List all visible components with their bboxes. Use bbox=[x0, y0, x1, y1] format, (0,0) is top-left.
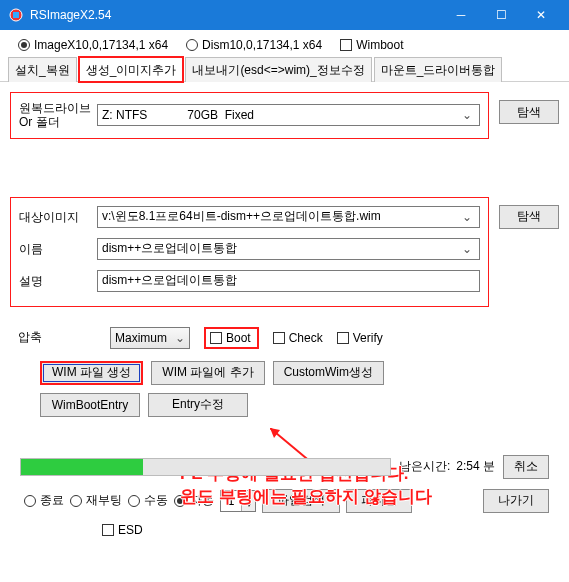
custom-wim-button[interactable]: CustomWim생성 bbox=[273, 361, 384, 385]
entry-modify-button[interactable]: Entry수정 bbox=[148, 393, 248, 417]
reboot-radio[interactable]: 재부팅 bbox=[70, 492, 122, 509]
tab-export-edit[interactable]: 내보내기(esd<=>wim)_정보수정 bbox=[185, 57, 371, 82]
exit-button[interactable]: 나가기 bbox=[483, 489, 549, 513]
name-select[interactable]: dism++으로업데이트통합 ⌄ bbox=[97, 238, 480, 260]
boot-checkbox[interactable]: Boot bbox=[204, 327, 259, 349]
browse-target-button[interactable]: 탐색 bbox=[499, 205, 559, 229]
cancel-button[interactable]: 취소 bbox=[503, 455, 549, 479]
secondary-button-row: WimBootEntry Entry수정 bbox=[10, 393, 559, 421]
wimboot-label: Wimboot bbox=[356, 38, 403, 52]
remain-value: 2:54 분 bbox=[456, 458, 495, 475]
source-drive-group: 원복드라이브 Or 폴더 Z: NTFS 70GB Fixed ⌄ bbox=[10, 92, 489, 139]
close-button[interactable]: ✕ bbox=[521, 0, 561, 30]
imagex-radio[interactable]: ImageX10,0,17134,1 x64 bbox=[18, 38, 168, 52]
partition-button[interactable]: 파티션 bbox=[346, 489, 412, 513]
dism-radio-label: Dism10,0,17134,1 x64 bbox=[202, 38, 322, 52]
svg-marker-3 bbox=[270, 428, 280, 438]
dism-radio[interactable]: Dism10,0,17134,1 x64 bbox=[186, 38, 322, 52]
chevron-down-icon: ⌄ bbox=[459, 108, 475, 122]
spin-down-icon[interactable]: ▾ bbox=[241, 501, 255, 511]
svg-rect-1 bbox=[13, 12, 19, 18]
browse-source-button[interactable]: 탐색 bbox=[499, 100, 559, 124]
name-label: 이름 bbox=[19, 242, 97, 256]
tab-mount-driver[interactable]: 마운트_드라이버통합 bbox=[374, 57, 503, 82]
chevron-down-icon: ⌄ bbox=[175, 331, 185, 345]
target-image-select[interactable]: v:\윈도8.1프로64비트-dism++으로업데이트통합.wim ⌄ bbox=[97, 206, 480, 228]
manual-radio[interactable]: 수동 bbox=[128, 492, 168, 509]
minimize-button[interactable]: ─ bbox=[441, 0, 481, 30]
progress-bar bbox=[20, 458, 391, 476]
tab-bar: 설치_복원 생성_이미지추가 내보내기(esd<=>wim)_정보수정 마운트_… bbox=[0, 56, 569, 82]
imagex-radio-label: ImageX10,0,17134,1 x64 bbox=[34, 38, 168, 52]
desc-input[interactable]: dism++으로업데이트통합 bbox=[97, 270, 480, 292]
source-drive-label: 원복드라이브 Or 폴더 bbox=[19, 101, 97, 130]
desc-label: 설명 bbox=[19, 274, 97, 288]
tab-content: 원복드라이브 Or 폴더 Z: NTFS 70GB Fixed ⌄ 탐색 대상이… bbox=[0, 82, 569, 551]
chevron-down-icon: ⌄ bbox=[459, 242, 475, 256]
wimboot-entry-button[interactable]: WimBootEntry bbox=[40, 393, 140, 417]
top-options-row: ImageX10,0,17134,1 x64 Dism10,0,17134,1 … bbox=[0, 30, 569, 56]
esd-checkbox[interactable]: ESD bbox=[102, 523, 143, 537]
tab-create-addimage[interactable]: 생성_이미지추가 bbox=[79, 57, 184, 82]
bottom-row: 종료 재부팅 수동 자동 1 ▴▾ 파일검색 파티션 나가기 bbox=[10, 485, 559, 521]
create-wim-button[interactable]: WIM 파일 생성 bbox=[40, 361, 143, 385]
source-drive-select[interactable]: Z: NTFS 70GB Fixed ⌄ bbox=[97, 104, 480, 126]
title-bar: RSImageX2.54 ─ ☐ ✕ bbox=[0, 0, 569, 30]
window-title: RSImageX2.54 bbox=[30, 8, 441, 22]
compress-select[interactable]: Maximum ⌄ bbox=[110, 327, 190, 349]
check-checkbox[interactable]: Check bbox=[273, 331, 323, 345]
append-wim-button[interactable]: WIM 파일에 추가 bbox=[151, 361, 264, 385]
auto-radio[interactable]: 자동 bbox=[174, 492, 214, 509]
progress-fill bbox=[21, 459, 143, 475]
wimboot-checkbox[interactable]: Wimboot bbox=[340, 38, 403, 52]
file-search-button[interactable]: 파일검색 bbox=[262, 489, 340, 513]
options-row: 압축 Maximum ⌄ Boot Check Verify bbox=[10, 325, 559, 361]
target-image-label: 대상이미지 bbox=[19, 210, 97, 224]
shutdown-radio[interactable]: 종료 bbox=[24, 492, 64, 509]
app-icon bbox=[8, 7, 24, 23]
remain-label: 남은시간: bbox=[399, 458, 450, 475]
progress-area: 남은시간: 2:54 분 취소 bbox=[10, 451, 559, 485]
main-button-row: WIM 파일 생성 WIM 파일에 추가 CustomWim생성 bbox=[10, 361, 559, 393]
maximize-button[interactable]: ☐ bbox=[481, 0, 521, 30]
compress-label: 압축 bbox=[18, 329, 96, 346]
target-image-group: 대상이미지 v:\윈도8.1프로64비트-dism++으로업데이트통합.wim … bbox=[10, 197, 489, 307]
index-spinner[interactable]: 1 ▴▾ bbox=[220, 490, 256, 512]
tab-install-restore[interactable]: 설치_복원 bbox=[8, 57, 77, 82]
chevron-down-icon: ⌄ bbox=[459, 210, 475, 224]
verify-checkbox[interactable]: Verify bbox=[337, 331, 383, 345]
